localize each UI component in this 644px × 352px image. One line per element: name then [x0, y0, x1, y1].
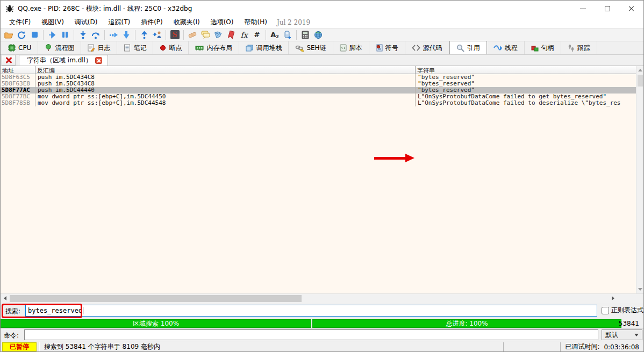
address-cell: 5D8F63C5: [1, 74, 35, 81]
scroll-down-arrow[interactable]: [636, 285, 643, 293]
subtab-strings-im-dll[interactable]: 字符串（区域 im.dll）: [19, 55, 108, 66]
hash-button[interactable]: #: [251, 29, 263, 40]
tab-graph[interactable]: 流程图: [38, 41, 81, 54]
device-arrow-icon: [283, 31, 292, 39]
table-row[interactable]: 5D8F63C5 push im.5DC434C8 "bytes_reserve…: [1, 74, 643, 81]
references-magnifier-icon: [456, 44, 464, 52]
search-label: 搜索:: [5, 307, 20, 316]
run-to-user-icon: [152, 31, 162, 39]
minimize-button[interactable]: [571, 1, 595, 17]
tab-trace[interactable]: 跟踪: [561, 41, 597, 54]
functions-button[interactable]: fx: [238, 29, 250, 40]
toolbar-separator: [43, 30, 44, 40]
graph-tree-icon: [45, 44, 52, 52]
command-input[interactable]: [24, 329, 598, 340]
animate-into-button[interactable]: [108, 29, 119, 40]
bookmark-button[interactable]: [225, 29, 237, 40]
references-subtab-bar: 字符串（区域 im.dll）: [1, 55, 643, 66]
window-title: QQ.exe - PID: 268C - 模块: im.dll - 线程: 25…: [18, 4, 192, 13]
comment-button[interactable]: [199, 29, 211, 40]
column-header-string[interactable]: 字符串: [416, 66, 643, 74]
horizontal-scroll-thumb[interactable]: [10, 295, 302, 302]
scroll-right-arrow[interactable]: [609, 294, 618, 303]
search-row: 搜索: bytes_reserved 正则表达式: [1, 303, 643, 319]
tab-log[interactable]: 日志: [81, 41, 117, 54]
total-progress-bar: 总进度: 100%: [312, 319, 621, 328]
label-button[interactable]: [212, 29, 224, 40]
tab-symbols[interactable]: 符号: [369, 41, 405, 54]
calculator-button[interactable]: [299, 29, 311, 40]
column-header-disassembly[interactable]: 反汇编: [35, 66, 416, 74]
disassembly-cell: push im.5DC44440: [35, 87, 416, 94]
table-row-selected[interactable]: 5D8F77AC push im.5DC44440 "bytes_reserve…: [1, 87, 643, 94]
tab-label: 线程: [505, 44, 518, 53]
table-body: 5D8F63C5 push im.5DC434C8 "bytes_reserve…: [1, 74, 643, 293]
step-over-button[interactable]: [90, 29, 102, 40]
help-globe-button[interactable]: [312, 29, 324, 40]
table-row[interactable]: 5D8F63E8 push im.5DC434C8 "bytes_reserve…: [1, 81, 643, 87]
subtab-close-icon[interactable]: [95, 57, 102, 64]
tab-script[interactable]: 脚本: [333, 41, 369, 54]
tab-threads[interactable]: 线程: [487, 41, 525, 54]
column-header-address[interactable]: 地址: [1, 66, 35, 74]
tab-seh[interactable]: SEH链: [289, 41, 333, 54]
command-profile-dropdown[interactable]: 默认: [602, 329, 642, 340]
stop-button[interactable]: [28, 29, 40, 40]
restart-button[interactable]: [16, 29, 27, 40]
vertical-scrollbar[interactable]: [636, 66, 643, 293]
patch-button[interactable]: [187, 29, 198, 40]
tab-source[interactable]: 源代码: [405, 41, 449, 54]
close-button[interactable]: [619, 1, 643, 17]
tab-label: 流程图: [55, 44, 74, 53]
table-row[interactable]: 5D8F785B mov dword ptr ss:[ebp+C],im.5DC…: [1, 100, 643, 106]
status-bar: 已暂停 搜索到 53841 个字符串于 8109 毫秒内 已调试时间: 0:03…: [1, 341, 643, 352]
scroll-up-arrow[interactable]: [636, 66, 643, 74]
menu-trace[interactable]: 追踪(T): [103, 17, 135, 28]
toolbar-separator: [74, 30, 74, 40]
vertical-scroll-thumb[interactable]: [638, 75, 643, 87]
regex-label: 正则表达式: [611, 306, 643, 315]
source-button[interactable]: S: [169, 29, 181, 40]
address-cell: 5D8F77BC: [1, 94, 35, 100]
regex-checkbox[interactable]: [602, 307, 609, 314]
menu-file[interactable]: 文件(F): [4, 17, 36, 28]
tab-references[interactable]: 引用: [449, 41, 487, 54]
search-input[interactable]: bytes_reserved: [25, 305, 597, 317]
close-all-references-button[interactable]: [2, 55, 16, 66]
maximize-button[interactable]: [595, 1, 619, 17]
tab-label: 引用: [467, 44, 480, 53]
tab-cpu[interactable]: CPU: [2, 41, 38, 54]
step-into-button[interactable]: [77, 29, 89, 40]
hash-icon: #: [254, 31, 260, 39]
scroll-left-arrow[interactable]: [1, 294, 10, 303]
tab-label: 句柄: [541, 44, 554, 53]
animate-over-button[interactable]: [120, 29, 132, 40]
tab-handles[interactable]: 句柄: [525, 41, 561, 54]
toolbar-separator: [296, 30, 297, 40]
run-to-user-code-button[interactable]: [151, 29, 163, 40]
menu-view[interactable]: 视图(V): [36, 17, 69, 28]
menu-favourites[interactable]: 收藏夹(I): [168, 17, 205, 28]
restart-icon: [17, 31, 26, 39]
tab-breakpoints[interactable]: 断点: [153, 41, 189, 54]
close-icon: [628, 5, 635, 12]
menu-debug[interactable]: 调试(D): [69, 17, 103, 28]
tab-notes[interactable]: 笔记: [117, 41, 153, 54]
table-row[interactable]: 5D8F77BC mov dword ptr ss:[ebp+C],im.5DC…: [1, 94, 643, 100]
menu-help[interactable]: 帮助(H): [239, 17, 272, 28]
region-search-progress-bar: 区域搜索 100%: [1, 319, 311, 328]
tab-memory-map[interactable]: 内存布局: [189, 41, 239, 54]
open-file-button[interactable]: [3, 29, 15, 40]
tab-label: 符号: [385, 44, 398, 53]
tab-label: 源代码: [423, 44, 442, 53]
tab-call-stack[interactable]: 调用堆栈: [239, 41, 289, 54]
search-value: bytes_reserved: [28, 307, 82, 314]
horizontal-scrollbar[interactable]: [1, 293, 643, 303]
pause-button[interactable]: [59, 29, 71, 40]
menu-options[interactable]: 选项(O): [205, 17, 239, 28]
font-button[interactable]: Az: [269, 29, 281, 40]
modules-button[interactable]: [282, 29, 294, 40]
step-out-button[interactable]: [138, 29, 150, 40]
run-button[interactable]: [46, 29, 58, 40]
menu-plugins[interactable]: 插件(P): [135, 17, 168, 28]
